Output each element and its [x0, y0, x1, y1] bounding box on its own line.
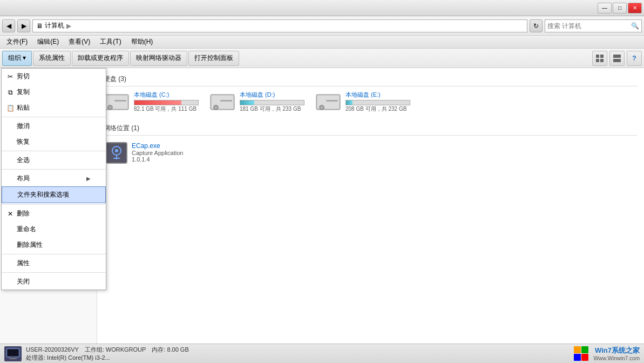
- svg-point-19: [321, 106, 323, 109]
- menu-undo[interactable]: 撤消: [2, 118, 106, 134]
- toolbar: 组织 ▾ 系统属性 卸载或更改程序 映射网络驱动器 打开控制面板 ?: [0, 49, 644, 68]
- menu-delete[interactable]: ✕ 删除: [2, 206, 106, 221]
- organize-dropdown: ✂ 剪切 ⧉ 复制 📋 粘贴 撤消 恢复 全选 布局 ▶: [1, 68, 106, 290]
- delete-label: 删除: [17, 209, 30, 218]
- drive-c-icon: [104, 92, 130, 112]
- folder-options-label: 文件夹和搜索选项: [17, 190, 69, 199]
- map-drive-button[interactable]: 映射网络驱动器: [130, 51, 187, 66]
- maximize-button[interactable]: □: [613, 3, 627, 14]
- win-flag-icon: [574, 346, 589, 361]
- copy-label: 复制: [17, 88, 30, 97]
- view-toggle-button[interactable]: [592, 51, 607, 66]
- status-memory: 内存: 8.00 GB: [152, 346, 188, 353]
- menu-copy[interactable]: ⧉ 复制: [2, 84, 106, 100]
- separator-2: [2, 151, 106, 151]
- menu-cut[interactable]: ✂ 剪切: [2, 69, 106, 84]
- status-username: USER-20200326VY: [26, 346, 79, 353]
- paste-label: 粘贴: [17, 103, 30, 112]
- drive-e-item[interactable]: 本地磁盘 (E:) 208 GB 可用，共 232 GB: [315, 91, 410, 113]
- svg-rect-3: [600, 59, 604, 62]
- search-box[interactable]: 🔍: [545, 19, 642, 32]
- minimize-button[interactable]: —: [598, 3, 612, 14]
- control-panel-label: 打开控制面板: [194, 53, 233, 63]
- separator-5: [2, 254, 106, 254]
- menu-rename[interactable]: 重命名: [2, 221, 106, 237]
- select-all-label: 全选: [17, 156, 30, 165]
- menu-file[interactable]: 文件(F): [2, 36, 32, 48]
- separator-6: [2, 272, 106, 273]
- cut-label: 剪切: [17, 72, 30, 81]
- control-panel-button[interactable]: 打开控制面板: [188, 51, 239, 66]
- properties-label: 属性: [17, 259, 30, 268]
- window-controls: — □ ✕: [598, 3, 642, 14]
- system-props-button[interactable]: 系统属性: [33, 51, 71, 66]
- menu-select-all[interactable]: 全选: [2, 152, 106, 168]
- svg-rect-29: [9, 358, 17, 359]
- network-app-item[interactable]: ECap.exe Capture Application 1.0.1.4: [104, 140, 638, 166]
- menu-close[interactable]: 关闭: [2, 274, 106, 290]
- uninstall-button[interactable]: 卸载或更改程序: [72, 51, 129, 66]
- drive-c-bar-container: [134, 100, 199, 105]
- organize-button[interactable]: 组织 ▾: [2, 51, 32, 66]
- app-info: ECap.exe Capture Application 1.0.1.4: [132, 142, 635, 163]
- svg-point-9: [109, 106, 111, 109]
- svg-rect-0: [596, 55, 599, 58]
- menu-paste[interactable]: 📋 粘贴: [2, 100, 106, 116]
- separator-1: [2, 117, 106, 117]
- view-panel-button[interactable]: [609, 51, 625, 66]
- close-button[interactable]: ✕: [628, 3, 642, 14]
- search-input[interactable]: [547, 22, 631, 30]
- hard-disk-section-title: 硬盘 (3): [104, 75, 638, 86]
- forward-button[interactable]: ▶: [17, 19, 30, 32]
- drive-d-info: 181 GB 可用，共 233 GB: [240, 105, 304, 113]
- drive-d-bar: [240, 100, 254, 105]
- map-drive-label: 映射网络驱动器: [136, 53, 181, 63]
- menu-remove-props[interactable]: 删除属性: [2, 237, 106, 253]
- svg-rect-5: [613, 59, 621, 62]
- drive-d-bar-container: [240, 100, 304, 105]
- svg-point-14: [215, 106, 217, 109]
- rename-label: 重命名: [17, 225, 36, 234]
- delete-icon: ✕: [6, 210, 15, 218]
- menu-redo[interactable]: 恢复: [2, 134, 106, 150]
- uninstall-label: 卸载或更改程序: [78, 53, 123, 63]
- back-button[interactable]: ◀: [2, 19, 15, 32]
- view-grid-icon: [596, 55, 604, 62]
- menu-tools[interactable]: 工具(T): [96, 36, 125, 48]
- logo-win7-text: Win7系统之家: [595, 346, 640, 355]
- redo-label: 恢复: [17, 137, 30, 146]
- main-wrapper: ☆ 收藏夹 桌面 下载 最近访问的位置 📚 库 文档 音乐 图片 视频 🏠 家庭…: [0, 68, 644, 344]
- copy-icon: ⧉: [6, 89, 15, 96]
- separator-3: [2, 169, 106, 170]
- menu-edit[interactable]: 编辑(E): [33, 36, 63, 48]
- svg-rect-20: [326, 100, 338, 102]
- paste-icon: 📋: [6, 104, 15, 112]
- menu-help[interactable]: 帮助(H): [127, 36, 158, 48]
- help-button[interactable]: ?: [627, 51, 642, 66]
- menu-view[interactable]: 查看(V): [64, 36, 94, 48]
- svg-rect-10: [114, 100, 126, 102]
- title-bar: — □ ✕: [0, 0, 644, 16]
- drive-c-item[interactable]: 本地磁盘 (C:) 82.1 GB 可用，共 111 GB: [104, 91, 199, 113]
- app-desc: Capture Application: [132, 150, 635, 156]
- menu-layout[interactable]: 布局 ▶: [2, 171, 106, 186]
- menu-bar: 文件(F) 编辑(E) 查看(V) 工具(T) 帮助(H): [0, 36, 644, 49]
- svg-rect-27: [8, 349, 18, 356]
- logo-area: Win7系统之家 Www.Winwin7.com: [574, 346, 640, 361]
- refresh-button[interactable]: ↻: [530, 19, 543, 32]
- path-arrow: ▶: [66, 22, 71, 30]
- drive-d-item[interactable]: 本地磁盘 (D:) 181 GB 可用，共 233 GB: [209, 91, 304, 113]
- remove-props-label: 删除属性: [17, 240, 43, 250]
- menu-folder-options[interactable]: 文件夹和搜索选项: [2, 186, 106, 203]
- svg-rect-15: [220, 100, 232, 102]
- layout-arrow: ▶: [86, 176, 91, 182]
- address-path[interactable]: 🖥 计算机 ▶: [32, 19, 527, 32]
- drives-container: 本地磁盘 (C:) 82.1 GB 可用，共 111 GB: [104, 91, 638, 113]
- drive-d-label: 本地磁盘 (D:): [240, 91, 304, 99]
- search-icon[interactable]: 🔍: [631, 22, 639, 30]
- drive-d-icon: [209, 92, 235, 112]
- menu-properties[interactable]: 属性: [2, 256, 106, 271]
- network-section-title: 网络位置 (1): [104, 124, 638, 136]
- close-label: 关闭: [17, 277, 30, 286]
- app-name: ECap.exe: [132, 142, 635, 150]
